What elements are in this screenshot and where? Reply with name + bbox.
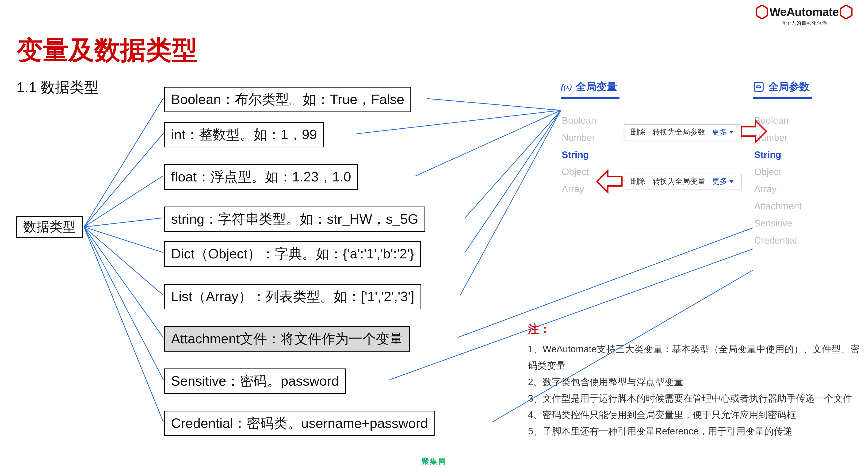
panel-title-global-vars[interactable]: f(x) 全局变量 [561, 80, 739, 94]
type-boolean: Boolean：布尔类型。如：True，False [164, 87, 411, 112]
panel-title-text: 全局变量 [576, 80, 617, 94]
svg-line-8 [84, 227, 163, 422]
panel-underline [753, 97, 812, 99]
note-3: 3、文件型是用于运行脚本的时候需要在管理中心或者执行器助手传递一个文件 [528, 390, 861, 406]
section-number: 1.1 数据类型 [17, 77, 99, 97]
svg-line-5 [84, 227, 163, 295]
action-delete[interactable]: 删除 [630, 176, 646, 187]
svg-rect-19 [754, 83, 763, 91]
action-convert[interactable]: 转换为全局变量 [653, 176, 705, 187]
action-more[interactable]: 更多 [712, 176, 734, 187]
param-item-credential[interactable]: Credential [753, 232, 868, 249]
svg-line-0 [84, 98, 163, 227]
action-more[interactable]: 更多 [712, 127, 734, 137]
svg-text:f(x): f(x) [561, 83, 571, 91]
action-delete[interactable]: 删除 [630, 127, 646, 137]
param-item-string[interactable]: String [753, 146, 868, 163]
type-int: int：整数型。如：1，99 [164, 122, 324, 147]
param-item-array[interactable]: Array [753, 181, 868, 198]
svg-line-12 [465, 110, 561, 218]
action-convert[interactable]: 转换为全局参数 [653, 127, 705, 137]
page-title: 变量及数据类型 [17, 33, 197, 68]
svg-line-3 [84, 218, 163, 227]
svg-line-13 [465, 110, 561, 253]
panel-underline [561, 97, 620, 99]
caret-down-icon [729, 180, 734, 183]
svg-line-9 [427, 99, 561, 110]
var-item-string[interactable]: String [561, 146, 739, 163]
note-4: 4、密码类控件只能使用到全局变量里，便于只允许应用到密码框 [528, 406, 861, 423]
panel-title-text: 全局参数 [768, 80, 810, 94]
svg-line-4 [84, 227, 163, 253]
type-float: float：浮点型。如：1.23，1.0 [164, 164, 358, 190]
param-icon [753, 82, 764, 92]
svg-line-15 [458, 228, 753, 338]
caret-down-icon [729, 131, 734, 133]
note-5: 5、子脚本里还有一种引用变量Reference，用于引用变量的传递 [528, 423, 861, 439]
svg-line-2 [84, 176, 163, 227]
param-item-number[interactable]: Number [753, 129, 868, 146]
svg-line-6 [84, 227, 163, 338]
logo: WeAutomate 每个人的自动化伙伴 [755, 5, 853, 26]
notes-heading: 注： [528, 321, 861, 337]
param-item-boolean[interactable]: Boolean [753, 112, 868, 129]
type-credential: Credential：密码类。username+password [164, 411, 435, 436]
action-more-label: 更多 [712, 127, 727, 137]
type-list: List（Array）：列表类型。如：['1','2','3'] [164, 284, 421, 309]
type-attachment: Attachment文件：将文件作为一个变量 [164, 326, 410, 351]
param-item-attachment[interactable]: Attachment [753, 198, 868, 215]
notes: 注： 1、WeAutomate支持三大类变量：基本类型（全局变量中使用的）、文件… [528, 321, 861, 439]
params-action-menu[interactable]: 删除 转换为全局变量 更多 [624, 174, 742, 189]
arrow-right-icon [739, 117, 767, 146]
note-1: 1、WeAutomate支持三大类变量：基本类型（全局变量中使用的）、文件型、密… [528, 341, 861, 374]
arrow-left-icon [596, 167, 624, 195]
svg-line-7 [84, 227, 163, 380]
action-more-label: 更多 [712, 176, 727, 187]
param-item-sensitive[interactable]: Sensitive [753, 215, 868, 232]
global-params-list: Boolean Number String Object Array Attac… [753, 112, 868, 249]
hexagon-icon [840, 5, 853, 19]
vars-action-menu[interactable]: 删除 转换为全局参数 更多 [624, 124, 742, 140]
logo-subtitle: 每个人的自动化伙伴 [781, 20, 828, 26]
note-2: 2、数字类包含使用整型与浮点型变量 [528, 374, 861, 390]
panel-global-params: 全局参数 Boolean Number String Object Array … [753, 80, 868, 249]
logo-text: WeAutomate [770, 5, 839, 19]
svg-line-14 [460, 110, 561, 296]
root-node: 数据类型 [16, 216, 83, 238]
type-dict: Dict（Object）：字典。如：{'a':'1','b':'2'} [164, 241, 421, 267]
type-string: string：字符串类型。如：str_HW，s_5G [164, 207, 425, 232]
svg-line-1 [84, 133, 163, 227]
panel-title-global-params[interactable]: 全局参数 [753, 80, 868, 94]
type-sensitive: Sensitive：密码。password [164, 369, 346, 394]
watermark: 聚集网 [422, 456, 447, 467]
param-item-object[interactable]: Object [753, 163, 868, 181]
svg-line-11 [415, 110, 561, 176]
svg-line-10 [357, 110, 561, 134]
hexagon-icon [755, 5, 769, 19]
fx-icon: f(x) [561, 82, 571, 92]
